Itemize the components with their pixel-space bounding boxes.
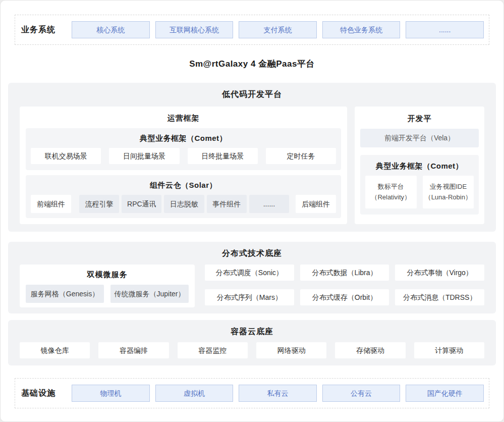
chip-backend-component: 后端组件 <box>296 195 336 213</box>
dual-mode-row: 服务网格（Genesis） 传统微服务（Jupiter） <box>26 285 189 303</box>
card-luna-robin-ide: 业务视图IDE （Luna-Robin） <box>423 176 474 208</box>
card-relativity-platform: 数标平台 （Relativity） <box>365 176 417 208</box>
comet-framework-title: 典型业务框架（Comet） <box>31 130 336 148</box>
distributed-services-grid: 分布式调度（Sonic） 分布式数据（Libra） 分布式事物（Virgo） 分… <box>205 265 484 307</box>
chip-physical-machine: 物理机 <box>72 385 150 402</box>
chip-frontend-dev-platform-vela: 前端开发平台（Vela） <box>360 129 479 147</box>
chip-public-cloud: 公有云 <box>322 385 401 402</box>
dev-comet-framework-title: 典型业务框架（Comet） <box>365 158 474 176</box>
distributed-section-title: 分布式技术底座 <box>20 242 484 259</box>
comet-framework-box: 典型业务框架（Comet） 联机交易场景 日间批量场景 日终批量场景 定时任务 <box>26 128 341 170</box>
chip-image-registry: 镜像仓库 <box>20 342 90 358</box>
chip-container-monitoring: 容器监控 <box>178 342 248 358</box>
chip-internet-core-system: 互联网核心系统 <box>155 21 234 38</box>
dev-comet-cards: 数标平台 （Relativity） 业务视图IDE （Luna-Robin） <box>365 176 474 208</box>
dev-comet-framework-box: 典型业务框架（Comet） 数标平台 （Relativity） 业务视图IDE … <box>360 155 479 215</box>
container-base-section: 容器云底座 镜像仓库 容器编排 容器监控 网络驱动 存储驱动 计算驱动 <box>8 320 496 365</box>
chip-domestic-hardware: 国产化硬件 <box>406 385 484 402</box>
chip-container-orchestration: 容器编排 <box>98 342 169 358</box>
chip-special-business-system: 特色业务系统 <box>322 21 401 38</box>
chip-network-driver: 网络驱动 <box>256 342 326 358</box>
chip-traditional-microservice-jupiter: 传统微服务（Jupiter） <box>110 285 189 303</box>
dual-mode-microservice-box: 双模微服务 服务网格（Genesis） 传统微服务（Jupiter） <box>20 265 195 307</box>
chip-distributed-sequence-mars: 分布式序列（Mars） <box>205 289 294 305</box>
chip-log-masking: 日志脱敏 <box>164 195 204 213</box>
chip-process-engine: 流程引擎 <box>79 195 119 213</box>
chip-more-components: ...... <box>249 195 289 213</box>
card-luna-robin-line2: （Luna-Robin） <box>424 192 473 202</box>
distributed-body: 双模微服务 服务网格（Genesis） 传统微服务（Jupiter） 分布式调度… <box>20 265 484 307</box>
architecture-diagram: 业务系统 核心系统 互联网核心系统 支付系统 特色业务系统 ...... Sm@… <box>0 0 504 422</box>
business-systems-label: 业务系统 <box>20 25 72 35</box>
business-systems-row: 业务系统 核心系统 互联网核心系统 支付系统 特色业务系统 ...... <box>15 15 489 45</box>
solar-component-box: 组件云仓（Solar） 前端组件 流程引擎 RPC通讯 日志脱敏 事件组件 ..… <box>26 175 341 218</box>
chip-distributed-message-tdrss: 分布式消息（TDRSS） <box>395 289 484 305</box>
chip-distributed-scheduling-sonic: 分布式调度（Sonic） <box>205 265 294 281</box>
chip-storage-driver: 存储驱动 <box>335 342 405 358</box>
chip-intraday-batch-scenario: 日间批量场景 <box>109 148 179 164</box>
chip-distributed-transaction-virgo: 分布式事物（Virgo） <box>395 265 484 281</box>
chip-scheduled-task: 定时任务 <box>266 148 336 164</box>
solar-components-row: 前端组件 流程引擎 RPC通讯 日志脱敏 事件组件 ...... 后端组件 <box>31 195 336 213</box>
infrastructure-label: 基础设施 <box>20 388 72 399</box>
card-relativity-line2: （Relativity） <box>366 192 416 202</box>
infrastructure-row: 基础设施 物理机 虚拟机 私有云 公有云 国产化硬件 <box>15 378 489 408</box>
operation-framework-title: 运营框架 <box>26 112 341 128</box>
chip-rpc-communication: RPC通讯 <box>122 195 161 213</box>
card-relativity-line1: 数标平台 <box>366 181 416 192</box>
container-items-row: 镜像仓库 容器编排 容器监控 网络驱动 存储驱动 计算驱动 <box>20 342 484 358</box>
chip-online-transaction-scenario: 联机交易场景 <box>31 148 101 164</box>
platform-title: Sm@rtGalaxy 4 金融Paas平台 <box>1 45 503 83</box>
chip-private-cloud: 私有云 <box>239 385 317 402</box>
dual-mode-title: 双模微服务 <box>26 269 189 285</box>
lowcode-section-title: 低代码开发平台 <box>20 83 484 100</box>
solar-component-title: 组件云仓（Solar） <box>31 177 336 195</box>
chip-virtual-machine: 虚拟机 <box>155 385 234 402</box>
chip-payment-system: 支付系统 <box>239 21 317 38</box>
lowcode-body: 运营框架 典型业务框架（Comet） 联机交易场景 日间批量场景 日终批量场景 … <box>20 107 484 224</box>
distributed-base-section: 分布式技术底座 双模微服务 服务网格（Genesis） 传统微服务（Jupite… <box>8 242 496 313</box>
infrastructure-chips: 物理机 虚拟机 私有云 公有云 国产化硬件 <box>72 385 484 402</box>
chip-service-mesh-genesis: 服务网格（Genesis） <box>26 285 104 303</box>
comet-scenarios-row: 联机交易场景 日间批量场景 日终批量场景 定时任务 <box>31 148 336 164</box>
lowcode-platform-section: 低代码开发平台 运营框架 典型业务框架（Comet） 联机交易场景 日间批量场景… <box>8 83 496 232</box>
card-luna-robin-line1: 业务视图IDE <box>424 181 473 192</box>
dev-platform-title: 开发平 <box>360 112 479 129</box>
chip-distributed-cache-orbit: 分布式缓存（Orbit） <box>300 289 389 305</box>
dev-platform-box: 开发平 前端开发平台（Vela） 典型业务框架（Comet） 数标平台 （Rel… <box>355 107 484 224</box>
chip-compute-driver: 计算驱动 <box>414 342 484 358</box>
chip-core-system: 核心系统 <box>72 21 150 38</box>
container-section-title: 容器云底座 <box>20 320 484 338</box>
chip-endofday-batch-scenario: 日终批量场景 <box>188 148 258 164</box>
business-systems-chips: 核心系统 互联网核心系统 支付系统 特色业务系统 ...... <box>72 21 484 38</box>
operation-framework-box: 运营框架 典型业务框架（Comet） 联机交易场景 日间批量场景 日终批量场景 … <box>20 107 347 224</box>
chip-event-component: 事件组件 <box>207 195 247 213</box>
chip-more-systems: ...... <box>406 21 484 38</box>
chip-distributed-data-libra: 分布式数据（Libra） <box>300 265 389 281</box>
chip-frontend-component: 前端组件 <box>31 195 71 213</box>
